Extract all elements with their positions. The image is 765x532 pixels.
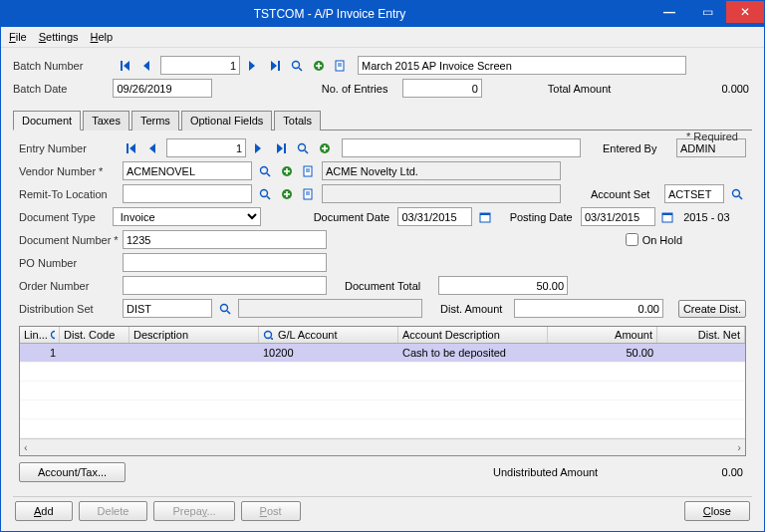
docdate-cal-icon[interactable] [476,208,492,226]
entry-number-input[interactable] [166,138,246,157]
docdate-input[interactable] [397,207,472,226]
entry-new-icon[interactable] [316,139,334,157]
remit-label: Remit-To Location [19,188,119,200]
po-input[interactable] [123,253,327,272]
distset-label: Distribution Set [19,303,119,315]
acct-set-input[interactable] [664,184,724,203]
entry-next-icon[interactable] [250,139,268,157]
minimize-button[interactable] [650,1,688,23]
next-icon[interactable] [244,57,262,75]
postdate-label: Posting Date [510,211,577,223]
distset-search-icon[interactable] [216,300,234,318]
account-tax-button[interactable]: Account/Tax... [19,462,126,482]
distamt-label: Dist. Amount [440,303,510,315]
tab-totals[interactable]: Totals [274,111,321,131]
entries-label: No. of Entries [322,83,398,95]
menu-settings[interactable]: Settings [39,31,79,43]
total-amount [633,79,752,98]
vendor-input[interactable] [123,161,252,180]
postdate-input[interactable] [581,207,655,226]
entry-first-icon[interactable] [123,139,140,157]
remit-name [322,184,561,203]
batch-date-input[interactable] [113,79,212,98]
tab-optional[interactable]: Optional Fields [181,111,272,131]
close-button[interactable]: Close [684,501,750,521]
doctype-select[interactable]: Invoice [113,207,261,226]
prev-icon[interactable] [138,57,156,75]
maximize-button[interactable] [688,1,726,23]
remit-new-icon[interactable] [278,185,296,203]
batch-number-label: Batch Number [13,60,113,72]
undist-value [627,463,746,482]
window-title: TSTCOM - A/P Invoice Entry [9,7,650,21]
doc-icon[interactable] [332,57,350,75]
batch-number-input[interactable] [160,56,240,75]
menu-file[interactable]: File [9,31,27,43]
create-dist-button[interactable]: Create Dist. [678,300,746,318]
docnum-label: Document Number * [19,234,119,246]
vendor-search-icon[interactable] [256,162,274,180]
po-label: PO Number [19,257,119,269]
tab-document[interactable]: Document [13,111,81,131]
vendor-new-icon[interactable] [278,162,296,180]
docdate-label: Document Date [314,211,394,223]
batch-date-label: Batch Date [13,83,109,95]
docnum-input[interactable] [123,230,327,249]
menu-bar: File Settings Help [1,27,764,48]
vendor-name [322,161,561,180]
remit-doc-icon[interactable] [300,185,318,203]
distset-desc [238,299,422,318]
acct-search-icon[interactable] [728,185,746,203]
delete-button[interactable]: Delete [79,501,148,521]
distset-input[interactable] [123,299,212,318]
remit-search-icon[interactable] [256,185,274,203]
tab-taxes[interactable]: Taxes [83,111,129,131]
tab-terms[interactable]: Terms [131,111,179,131]
title-bar: TSTCOM - A/P Invoice Entry [1,1,764,27]
total-label: Total Amount [548,83,625,95]
doctotal-input[interactable] [438,276,568,295]
distamt-input[interactable] [514,299,663,318]
vendor-doc-icon[interactable] [300,162,318,180]
post-button[interactable]: Post [241,501,301,521]
doctotal-label: Document Total [345,280,434,292]
remit-input[interactable] [123,184,252,203]
first-icon[interactable] [117,57,134,75]
batch-desc-input[interactable] [358,56,686,75]
entry-prev-icon[interactable] [144,139,162,157]
postdate-cal-icon[interactable] [659,208,675,226]
vendor-label: Vendor Number * [19,165,119,177]
order-input[interactable] [123,276,327,295]
close-window-button[interactable] [726,1,764,23]
entry-number-label: Entry Number [19,142,119,154]
distribution-grid[interactable]: Lin... Dist. Code Description G/L Accoun… [19,326,746,456]
prepay-button[interactable]: Prepay... [153,501,234,521]
doctype-label: Document Type [19,211,109,223]
entries-input [402,79,482,98]
menu-help[interactable]: Help [91,31,114,43]
entered-by-label: Entered By [603,142,672,154]
undist-label: Undistributed Amount [493,466,623,478]
new-icon[interactable] [310,57,328,75]
entry-desc-input[interactable] [342,138,581,157]
entry-last-icon[interactable] [272,139,290,157]
required-label: * Required [686,131,738,142]
table-row[interactable]: 1 10200 Cash to be deposited 50.00 [20,344,745,362]
horizontal-scrollbar[interactable]: ‹› [20,438,745,455]
onhold-checkbox[interactable]: On Hold [626,233,682,246]
acct-set-label: Account Set [591,188,660,200]
last-icon[interactable] [266,57,284,75]
entry-search-icon[interactable] [294,139,312,157]
search-icon[interactable] [288,57,306,75]
order-label: Order Number [19,280,119,292]
period-value: 2015 - 03 [683,211,746,223]
add-button[interactable]: Add [15,501,73,521]
